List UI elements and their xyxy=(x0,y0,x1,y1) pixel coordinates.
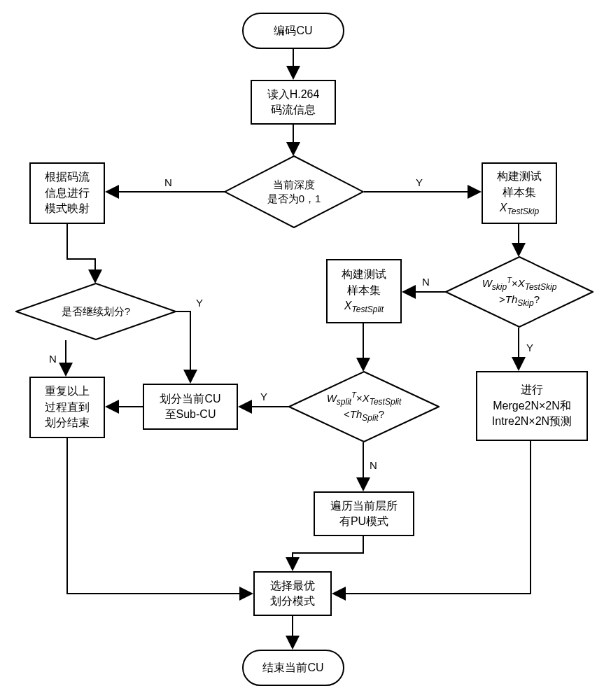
edge-n-continue: N xyxy=(49,353,57,365)
edge-y-skip: Y xyxy=(526,342,533,354)
edge-y-depth: Y xyxy=(416,176,423,188)
edge-n-split: N xyxy=(370,459,377,471)
edge-y-split: Y xyxy=(260,391,267,402)
edges-layer xyxy=(0,0,604,700)
edge-n-skip: N xyxy=(422,276,430,288)
edge-n-depth: N xyxy=(164,176,172,188)
edge-y-continue: Y xyxy=(196,297,203,309)
